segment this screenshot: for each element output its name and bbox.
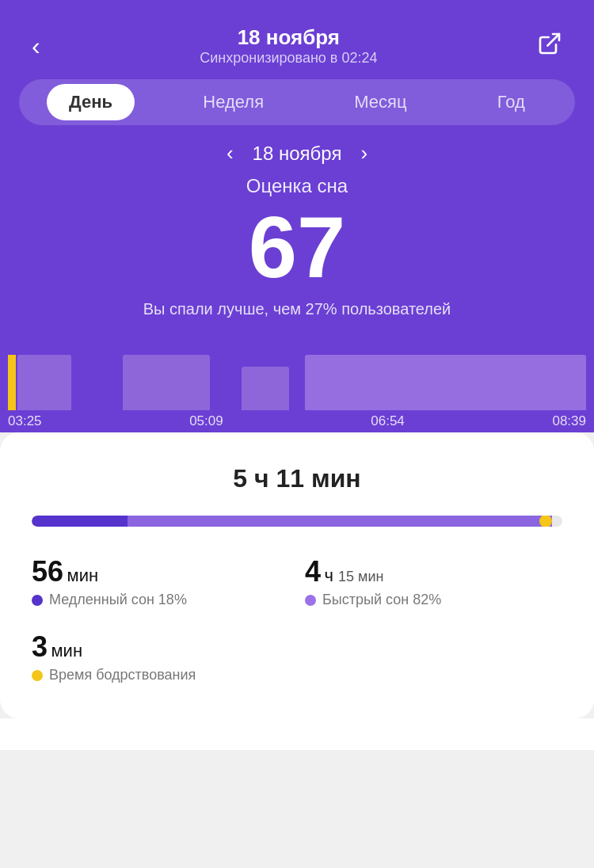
awake-value: 3 мин	[32, 630, 562, 664]
tab-month[interactable]: Месяц	[332, 84, 428, 120]
chart-time-3: 08:39	[552, 413, 586, 429]
progress-deep-sleep	[32, 516, 128, 527]
title-block: 18 ноября Синхронизировано в 02:24	[200, 25, 377, 67]
chart-bar-1	[17, 355, 71, 410]
sleep-compare-text: Вы спали лучше, чем 27% пользователей	[0, 300, 594, 337]
sync-time: Синхронизировано в 02:24	[200, 50, 377, 67]
chart-bar-awake-marker	[8, 355, 16, 410]
chart-bar-2	[123, 355, 210, 410]
bottom-background	[0, 718, 594, 750]
header: ‹ 18 ноября Синхронизировано в 02:24 Ден…	[0, 0, 594, 337]
rem-sleep-label: Быстрый сон 82%	[322, 592, 441, 608]
header-date: 18 ноября	[200, 25, 377, 50]
deep-sleep-label: Медленный сон 18%	[49, 592, 187, 608]
progress-rem-sleep	[128, 516, 552, 527]
chart-time-0: 03:25	[8, 413, 42, 429]
tab-year[interactable]: Год	[475, 84, 547, 120]
deep-sleep-stat: 56 мин Медленный сон 18%	[32, 555, 289, 608]
sleep-score-label: Оценка сна	[0, 175, 594, 197]
chart-time-1: 05:09	[189, 413, 223, 429]
date-navigation: ‹ 18 ноября ›	[0, 141, 594, 166]
awake-stat: 3 мин Время бодрствования	[32, 630, 562, 683]
share-button[interactable]	[537, 31, 562, 62]
sleep-stats-grid: 56 мин Медленный сон 18% 4 ч 15 мин Быст…	[32, 555, 562, 683]
chart-bar-3	[242, 367, 289, 410]
progress-awake-dot	[539, 516, 552, 527]
sleep-chart: 03:25 05:09 06:54 08:39	[0, 337, 594, 432]
chart-time-2: 06:54	[371, 413, 405, 429]
rem-sleep-stat: 4 ч 15 мин Быстрый сон 82%	[305, 555, 562, 608]
svg-line-0	[547, 34, 559, 46]
total-sleep-time: 5 ч 11 мин	[32, 464, 562, 493]
tab-day[interactable]: День	[47, 84, 135, 120]
tab-week[interactable]: Неделя	[181, 84, 286, 120]
rem-sleep-dot	[305, 595, 316, 606]
deep-sleep-value: 56 мин	[32, 555, 289, 588]
sleep-score-value: 67	[0, 204, 594, 291]
rem-sleep-value: 4 ч 15 мин	[305, 555, 562, 588]
awake-dot	[32, 670, 43, 681]
awake-label: Время бодрствования	[49, 667, 196, 683]
next-day-button[interactable]: ›	[360, 141, 367, 166]
chart-bar-4	[305, 355, 586, 410]
sleep-stats-card: 5 ч 11 мин 56 мин Медленный сон 18% 4 ч …	[0, 432, 594, 718]
back-button[interactable]: ‹	[32, 33, 40, 59]
current-date: 18 ноября	[253, 143, 342, 165]
prev-day-button[interactable]: ‹	[227, 141, 234, 166]
chart-time-labels: 03:25 05:09 06:54 08:39	[8, 413, 586, 429]
sleep-progress-bar	[32, 516, 562, 527]
deep-sleep-dot	[32, 595, 43, 606]
